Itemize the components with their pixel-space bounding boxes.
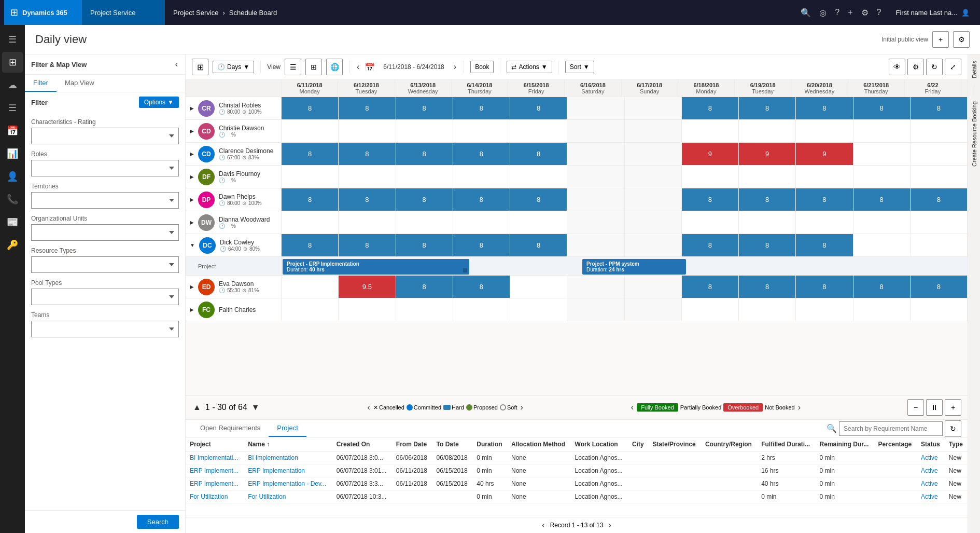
sort-dropdown[interactable]: Sort ▼ [565, 61, 594, 73]
zoom-out-button[interactable]: − [907, 399, 924, 416]
project-bar-erp[interactable]: Project - ERP Implementation Duration: 4… [283, 259, 469, 275]
settings-icon[interactable]: ⚙ [861, 8, 869, 18]
booking-prev[interactable]: ‹ [630, 402, 635, 413]
cell-dawn-4[interactable]: 8 [510, 188, 567, 211]
roles-select[interactable] [31, 160, 179, 176]
expand-clarence[interactable]: ▶ [190, 151, 194, 157]
cell-clarence-7[interactable]: 9 [682, 143, 739, 165]
cell-dick-2[interactable]: 8 [396, 234, 453, 256]
cell-christal-2[interactable]: 8 [396, 97, 453, 119]
sidebar-news-icon[interactable]: 📰 [2, 212, 23, 233]
characteristics-select[interactable] [31, 128, 179, 144]
status-4[interactable]: Active [921, 493, 938, 500]
search-button[interactable]: Search [137, 515, 179, 529]
cell-dick-0[interactable]: 8 [282, 234, 339, 256]
cell-christal-4[interactable]: 8 [510, 97, 567, 119]
cell-eva-7[interactable]: 8 [682, 276, 739, 298]
settings-button[interactable]: ⚙ [907, 59, 924, 75]
project-link-4[interactable]: For Utilization [190, 493, 228, 500]
cell-dawn-1[interactable]: 8 [339, 188, 396, 211]
sidebar-chart-icon[interactable]: 📊 [2, 143, 23, 164]
sidebar-person-icon[interactable]: 👤 [2, 166, 23, 187]
filter-collapse-button[interactable]: ‹ [174, 59, 179, 70]
expand-dick[interactable]: ▼ [190, 242, 195, 248]
cell-christal-0[interactable]: 8 [282, 97, 339, 119]
search-icon-bottom[interactable]: 🔍 [827, 423, 837, 433]
settings-view-button[interactable]: ⚙ [953, 31, 970, 48]
name-link-1[interactable]: BI Implementation [248, 454, 298, 461]
book-button[interactable]: Book [470, 61, 494, 73]
expand-up-button[interactable]: ▲ [192, 402, 202, 413]
expand-dawn[interactable]: ▶ [190, 197, 194, 202]
resource-types-select[interactable] [31, 256, 179, 273]
tab-project[interactable]: Project [269, 420, 306, 437]
pagination-next[interactable]: › [520, 402, 524, 413]
name-link-3[interactable]: ERP Implementation - Dev... [248, 480, 326, 487]
cell-eva-8[interactable]: 8 [739, 276, 796, 298]
eye-button[interactable]: 👁 [889, 59, 905, 75]
sidebar-calendar-icon[interactable]: 📅 [2, 120, 23, 141]
expand-davis[interactable]: ▶ [190, 174, 194, 180]
expand-eva[interactable]: ▶ [190, 284, 194, 290]
expand-down-button[interactable]: ▼ [250, 402, 261, 413]
insights-icon[interactable]: ◎ [819, 8, 827, 18]
cell-eva-9[interactable]: 8 [796, 276, 853, 298]
pagination-prev[interactable]: ‹ [367, 402, 371, 413]
record-prev-button[interactable]: ‹ [541, 520, 545, 531]
question-icon[interactable]: ? [877, 8, 881, 17]
project-bar-ppm[interactable]: Project - PPM system Duration: 24 hrs [582, 259, 686, 275]
actions-dropdown[interactable]: ⇄ Actions ▼ [507, 61, 552, 73]
cell-eva-2[interactable]: 8 [396, 276, 453, 298]
cell-dick-4[interactable]: 8 [510, 234, 567, 256]
expand-faith[interactable]: ▶ [190, 307, 194, 312]
zoom-in-button[interactable]: + [945, 399, 961, 416]
cell-eva-10[interactable]: 8 [853, 276, 911, 298]
cell-christal-7[interactable]: 8 [682, 97, 739, 119]
cell-clarence-1[interactable]: 8 [339, 143, 396, 165]
cell-clarence-3[interactable]: 8 [453, 143, 510, 165]
cell-clarence-4[interactable]: 8 [510, 143, 567, 165]
record-next-button[interactable]: › [607, 520, 612, 531]
expand-christal[interactable]: ▶ [190, 105, 194, 111]
cell-christal-3[interactable]: 8 [453, 97, 510, 119]
sidebar-phone-icon[interactable]: 📞 [2, 189, 23, 210]
sidebar-cloud-icon[interactable]: ☁ [2, 75, 23, 95]
add-view-button[interactable]: + [932, 31, 949, 48]
grid-toggle-button[interactable]: ⊞ [192, 59, 208, 75]
project-link-3[interactable]: ERP Implement... [190, 480, 239, 487]
cell-christal-11[interactable]: 8 [911, 97, 968, 119]
cell-clarence-9[interactable]: 9 [796, 143, 853, 165]
cell-dawn-9[interactable]: 8 [796, 188, 853, 211]
cell-dawn-11[interactable]: 8 [911, 188, 968, 211]
status-2[interactable]: Active [921, 467, 938, 474]
teams-select[interactable] [31, 321, 179, 337]
cell-christal-8[interactable]: 8 [739, 97, 796, 119]
expand-dianna[interactable]: ▶ [190, 220, 194, 225]
cell-eva-11[interactable]: 8 [911, 276, 968, 298]
sidebar-home-icon[interactable]: ⊞ [2, 52, 23, 73]
pause-button[interactable]: ⏸ [926, 399, 943, 416]
grid-view-button[interactable]: ⊞ [305, 59, 322, 75]
refresh-button[interactable]: ↻ [926, 59, 943, 75]
status-3[interactable]: Active [921, 480, 938, 487]
pool-types-select[interactable] [31, 289, 179, 305]
cell-eva-3[interactable]: 8 [453, 276, 510, 298]
filter-tab-map[interactable]: Map View [57, 75, 103, 92]
cell-dawn-3[interactable]: 8 [453, 188, 510, 211]
territories-select[interactable] [31, 192, 179, 209]
project-link-2[interactable]: ERP Implement... [190, 467, 239, 474]
options-button[interactable]: Options ▼ [139, 97, 179, 108]
sidebar-key-icon[interactable]: 🔑 [2, 235, 23, 255]
filter-tab-filter[interactable]: Filter [25, 75, 57, 92]
schedule-grid-container[interactable]: 6/11/2018Monday 6/12/2018Tuesday 6/13/20… [186, 80, 968, 395]
tab-open-requirements[interactable]: Open Requirements [192, 420, 269, 437]
sidebar-menu-icon[interactable]: ☰ [2, 29, 23, 50]
org-units-select[interactable] [31, 224, 179, 241]
cell-christal-10[interactable]: 8 [853, 97, 911, 119]
cell-dawn-8[interactable]: 8 [739, 188, 796, 211]
add-icon[interactable]: + [848, 8, 852, 17]
expand-button[interactable]: ⤢ [945, 59, 961, 75]
nav-user[interactable]: First name Last na... 👤 [890, 9, 976, 17]
details-label[interactable]: Details [969, 54, 979, 85]
cell-christal-1[interactable]: 8 [339, 97, 396, 119]
